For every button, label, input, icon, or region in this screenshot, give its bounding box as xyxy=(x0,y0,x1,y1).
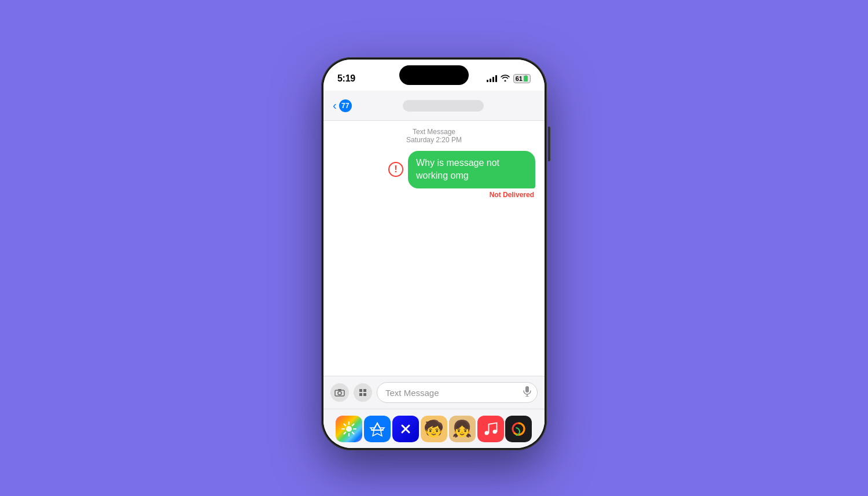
svg-point-17 xyxy=(484,431,488,435)
dock-shazam-icon[interactable] xyxy=(392,416,419,442)
dock-appstore-icon[interactable] xyxy=(364,416,391,442)
timestamp-label: Text Message xyxy=(333,128,535,136)
svg-line-14 xyxy=(352,432,354,434)
phone-mockup-container: 5:19 61 xyxy=(321,57,547,450)
svg-point-8 xyxy=(346,426,352,432)
svg-rect-4 xyxy=(338,389,341,391)
dock-photos-icon[interactable] xyxy=(336,416,362,442)
back-chevron-icon: ‹ xyxy=(333,99,337,112)
dock-music-icon[interactable] xyxy=(477,416,504,442)
svg-line-15 xyxy=(352,424,354,425)
dock-memoji2-icon[interactable]: 👧 xyxy=(449,416,476,442)
message-row: ! Why is message not working omg Not Del… xyxy=(333,151,535,199)
signal-icon xyxy=(487,75,497,82)
message-bubble-row: ! Why is message not working omg xyxy=(333,151,535,188)
not-delivered-label: Not Delivered xyxy=(490,191,535,199)
dynamic-island xyxy=(399,65,469,85)
message-bubble[interactable]: Why is message not working omg xyxy=(408,151,535,188)
back-button[interactable]: ‹ 77 xyxy=(333,99,352,112)
phone-screen: 5:19 61 xyxy=(323,60,545,448)
wifi-icon xyxy=(501,75,510,83)
input-placeholder: Text Message xyxy=(385,388,439,398)
apps-button[interactable] xyxy=(354,383,372,402)
timestamp-date: Saturday 2:20 PM xyxy=(333,136,535,144)
dock-area: 🧒 👧 xyxy=(323,409,545,448)
message-timestamp-header: Text Message Saturday 2:20 PM xyxy=(333,128,535,144)
svg-line-16 xyxy=(344,432,346,434)
contact-name-area xyxy=(352,100,535,112)
messages-area[interactable]: Text Message Saturday 2:20 PM ! Why is m… xyxy=(323,121,545,376)
battery-icon: 61 xyxy=(513,74,531,83)
error-icon[interactable]: ! xyxy=(388,162,403,177)
status-bar: 5:19 61 xyxy=(323,60,545,91)
svg-point-3 xyxy=(338,391,341,395)
nav-bar: ‹ 77 xyxy=(323,91,545,121)
svg-rect-0 xyxy=(524,76,528,82)
input-area: Text Message xyxy=(323,376,545,409)
dock-memoji1-icon[interactable]: 🧒 xyxy=(421,416,447,442)
svg-rect-5 xyxy=(525,386,529,393)
phone-side-button xyxy=(548,127,550,161)
dock-activity-icon[interactable] xyxy=(505,416,532,442)
back-badge: 77 xyxy=(339,99,352,112)
contact-name-pill xyxy=(403,100,484,112)
svg-rect-1 xyxy=(525,75,527,76)
svg-line-13 xyxy=(344,424,346,425)
status-time: 5:19 xyxy=(337,73,355,84)
camera-button[interactable] xyxy=(330,383,349,402)
mic-icon xyxy=(523,386,531,399)
svg-point-18 xyxy=(492,430,496,434)
status-icons: 61 xyxy=(487,74,531,83)
text-input-field[interactable]: Text Message xyxy=(377,382,538,403)
